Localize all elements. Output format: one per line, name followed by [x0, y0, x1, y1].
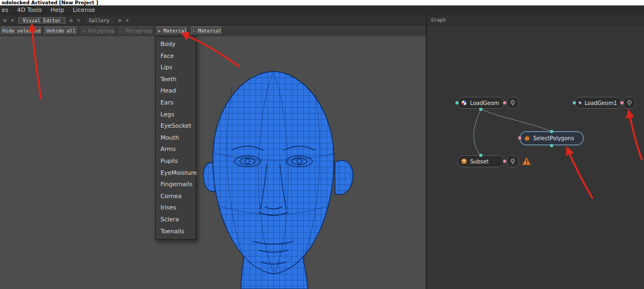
material-item-cornea[interactable]: Cornea: [156, 191, 196, 202]
wireframe-head-model: [0, 36, 426, 289]
material-item-toenails[interactable]: Toenails: [156, 226, 196, 238]
lightbulb-icon: [626, 100, 633, 107]
app-window: odelocked Activated [New Project ] es 4D…: [0, 0, 644, 289]
tab-visual-editor[interactable]: Visual Editor: [17, 16, 66, 24]
material-dropdown-menu: Body Face Lips Teeth Head Ears Legs EyeS…: [155, 36, 196, 240]
material-item-lips[interactable]: Lips: [156, 62, 196, 74]
subset-input-port[interactable]: [479, 154, 482, 157]
material-item-face[interactable]: Face: [156, 50, 196, 62]
menu-item-4d-tools[interactable]: 4D Tools: [17, 5, 42, 15]
subset-visibility-toggle[interactable]: [507, 155, 519, 167]
menubar: es 4D Tools Help License: [0, 5, 644, 15]
pane-menu-icon[interactable]: ≡: [117, 17, 123, 23]
selectpolygons-input-port[interactable]: [550, 130, 553, 133]
left-tabstrip: ≡ × Visual Editor ≡ × Gallery ≡ ×: [0, 15, 426, 25]
node-label: LoadGeom1: [585, 100, 617, 106]
node-loadgeom1[interactable]: LoadGeom1: [574, 97, 622, 109]
remove-polygroup-button: - Polygroup: [119, 27, 153, 35]
material-item-ears[interactable]: Ears: [156, 97, 196, 109]
material-item-eyesocket[interactable]: EyeSocket: [156, 120, 196, 132]
remove-material-button[interactable]: - Material: [191, 27, 223, 35]
node-subset[interactable]: Subset: [457, 155, 505, 167]
material-item-legs[interactable]: Legs: [156, 109, 196, 121]
pane-close-icon[interactable]: ×: [10, 17, 15, 23]
pane-menu-icon[interactable]: ≡: [69, 17, 74, 23]
subset-icon: [461, 158, 467, 165]
loadgeom-visibility-toggle[interactable]: [507, 97, 519, 109]
material-item-fingernails[interactable]: Fingernails: [156, 179, 196, 191]
menu-item-es[interactable]: es: [2, 5, 9, 15]
loadgeom-output-port[interactable]: [479, 108, 482, 111]
selectpolygons-icon: [524, 135, 531, 142]
hide-selected-button[interactable]: Hide selected: [1, 27, 42, 35]
pane-menu-icon[interactable]: ≡: [2, 17, 8, 23]
material-item-head[interactable]: Head: [156, 85, 196, 97]
node-selectpolygons[interactable]: SelectPolygons: [520, 132, 583, 145]
node-label: LoadGeom: [470, 100, 499, 106]
titlebar-text: odelocked Activated [New Project ]: [2, 0, 98, 5]
material-item-arms[interactable]: Arms: [156, 143, 196, 155]
unhide-all-button[interactable]: Unhide all: [44, 27, 78, 35]
material-item-eyemoisture[interactable]: EyeMoisture: [156, 167, 196, 179]
lightbulb-icon: [509, 158, 516, 165]
lightbulb-icon: [509, 100, 516, 107]
subset-warning[interactable]: !: [522, 157, 531, 166]
pane-close-icon[interactable]: ×: [125, 17, 130, 23]
material-item-body[interactable]: Body: [156, 38, 196, 50]
node-label: SelectPolygons: [533, 135, 574, 141]
graph-panel[interactable]: LoadGeom LoadGeom1: [427, 25, 644, 289]
loadgeom1-side-port[interactable]: [620, 101, 623, 104]
material-item-irises[interactable]: Irises: [156, 202, 196, 214]
loadgeom-icon: [461, 100, 467, 106]
material-item-pupils[interactable]: Pupils: [156, 155, 196, 167]
loadgeom1-input-port[interactable]: [573, 101, 576, 104]
warning-icon: !: [522, 157, 531, 166]
tab-gallery[interactable]: Gallery: [84, 16, 115, 24]
add-material-button[interactable]: + Material: [157, 27, 188, 35]
loadgeom1-visibility-toggle[interactable]: [623, 97, 635, 109]
subset-side-port[interactable]: [503, 160, 506, 163]
viewport-3d[interactable]: [0, 36, 426, 289]
add-polygroup-button: + Polygroup: [81, 27, 116, 35]
material-item-teeth[interactable]: Teeth: [156, 74, 196, 86]
node-loadgeom[interactable]: LoadGeom: [457, 97, 505, 109]
menu-item-help[interactable]: Help: [51, 5, 64, 15]
graph-panel-header: Graph: [427, 15, 644, 25]
node-label: Subset: [470, 159, 488, 165]
svg-text:!: !: [525, 159, 528, 165]
loadgeom-icon: [578, 100, 582, 106]
menu-item-license[interactable]: License: [73, 5, 95, 15]
material-item-sclera[interactable]: Sclera: [156, 214, 196, 226]
selectpolygons-output-port[interactable]: [550, 144, 553, 147]
selectpolygons-side-port[interactable]: [518, 136, 521, 140]
tab-graph[interactable]: Graph: [431, 17, 446, 23]
loadgeom-input-port[interactable]: [455, 101, 459, 104]
toolbar: Hide selected Unhide all + Polygroup - P…: [0, 25, 426, 36]
window-titlebar: odelocked Activated [New Project ]: [0, 0, 644, 5]
material-item-mouth[interactable]: Mouth: [156, 132, 196, 144]
loadgeom-side-port[interactable]: [503, 101, 506, 104]
pane-close-icon[interactable]: ×: [76, 17, 82, 23]
